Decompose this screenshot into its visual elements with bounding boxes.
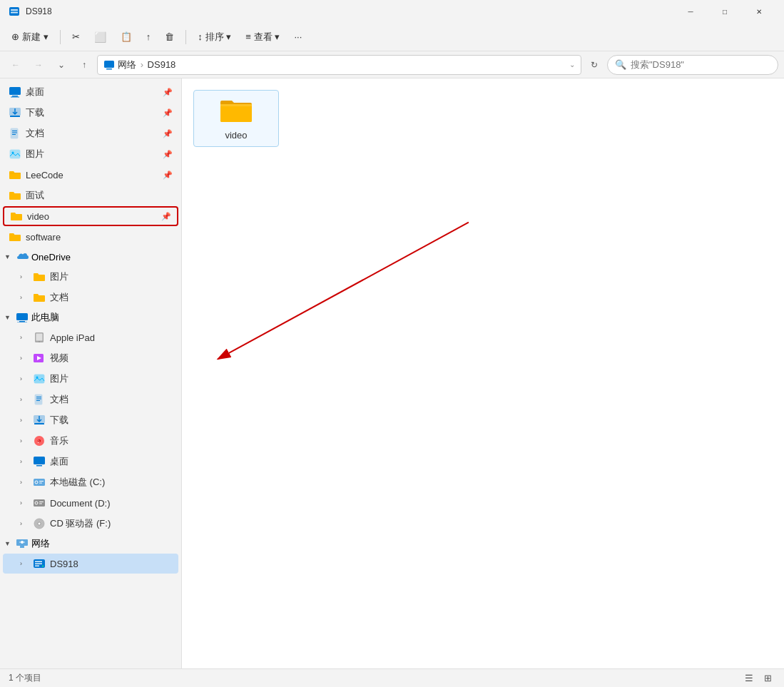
doc-lib-icon <box>33 393 46 406</box>
address-bar: ← → ⌄ ↑ 网络 › DS918 ⌄ ↻ 🔍 <box>0 51 784 78</box>
pin-icon-video: 📌 <box>161 212 171 221</box>
title-bar: DS918 ─ □ ✕ <box>0 0 784 23</box>
chevron-right-desktop: › <box>20 458 29 465</box>
sidebar-item-onedrive-pictures[interactable]: › 图片 <box>3 267 178 287</box>
svg-rect-7 <box>11 97 19 98</box>
svg-text:♪: ♪ <box>37 438 40 444</box>
sidebar-section-onedrive[interactable]: ▼ OneDrive <box>0 248 181 265</box>
sidebar-item-dl-lib[interactable]: › 下载 <box>3 410 178 430</box>
svg-rect-51 <box>35 561 42 563</box>
pin-icon-doc: 📌 <box>163 129 173 138</box>
chevron-down-icon: ▼ <box>4 253 13 260</box>
sidebar-item-music[interactable]: › ♪ 音乐 <box>3 431 178 451</box>
sidebar-item-desktop-lib[interactable]: › 桌面 <box>3 452 178 472</box>
folder-large-icon <box>219 96 253 123</box>
sidebar-item-leecode[interactable]: LeeCode 📌 <box>3 165 178 185</box>
svg-line-56 <box>218 223 469 360</box>
sidebar-item-software[interactable]: software <box>3 227 178 247</box>
svg-rect-9 <box>10 116 20 117</box>
sidebar: 桌面 📌 下载 📌 文 <box>0 78 182 668</box>
chevron-right-diskd: › <box>20 499 29 507</box>
search-icon: 🔍 <box>615 59 626 70</box>
grid-view-button[interactable]: ⊞ <box>760 671 775 686</box>
svg-point-46 <box>38 522 41 525</box>
close-button[interactable]: ✕ <box>743 0 775 23</box>
sidebar-label-od-img: 图片 <box>50 270 173 283</box>
sidebar-item-ipad[interactable]: › Apple iPad <box>3 327 178 347</box>
sidebar-item-disk-d[interactable]: › Document (D:) <box>3 493 178 513</box>
cut-button[interactable]: ✂ <box>66 29 86 45</box>
status-bar: 1 个项目 ☰ ⊞ <box>0 668 784 687</box>
download-lib-icon <box>33 414 46 427</box>
share-button[interactable]: ↑ <box>141 29 157 45</box>
svg-rect-40 <box>39 483 42 484</box>
ipad-icon <box>33 331 46 344</box>
pin-icon: 📌 <box>163 88 173 97</box>
status-view-controls: ☰ ⊞ <box>741 671 775 686</box>
chevron-right-icon-2: › <box>20 294 29 301</box>
sidebar-item-disk-c[interactable]: › 本地磁盘 (C:) <box>3 472 178 492</box>
svg-rect-29 <box>36 400 40 401</box>
sidebar-item-video-lib[interactable]: › 视频 <box>3 348 178 368</box>
delete-button[interactable]: 🗑 <box>159 29 180 45</box>
folder-yellow-video-icon <box>10 210 23 223</box>
svg-rect-52 <box>35 564 42 565</box>
music-icon: ♪ <box>33 434 46 447</box>
new-button[interactable]: ⊕ 新建 ▾ <box>6 28 54 46</box>
view-label: 查看 ▾ <box>254 31 280 44</box>
svg-rect-26 <box>35 395 42 404</box>
sidebar-item-onedrive-doc[interactable]: › 文档 <box>3 287 178 307</box>
minimize-button[interactable]: ─ <box>674 0 707 23</box>
sidebar-label-disk-c: 本地磁盘 (C:) <box>50 476 173 489</box>
expand-button[interactable]: ⌄ <box>51 55 71 75</box>
search-input[interactable] <box>631 59 770 70</box>
sidebar-section-network[interactable]: ▼ 网络 <box>0 535 181 552</box>
image-lib-icon <box>33 372 46 385</box>
more-icon: ··· <box>294 31 302 42</box>
copy-button[interactable]: ⬜ <box>88 29 112 46</box>
folder-yellow-software-icon <box>9 230 21 243</box>
back-button[interactable]: ← <box>6 55 26 75</box>
sidebar-item-doc-lib[interactable]: › 文档 <box>3 390 178 409</box>
sidebar-item-video[interactable]: video 📌 <box>3 206 178 226</box>
sidebar-label-ipad: Apple iPad <box>50 332 173 343</box>
sidebar-item-ds918[interactable]: › DS918 <box>3 554 178 574</box>
sidebar-item-img-lib[interactable]: › 图片 <box>3 369 178 389</box>
refresh-button[interactable]: ↻ <box>584 55 604 75</box>
more-button[interactable]: ··· <box>288 29 307 45</box>
desktop-icon <box>9 86 21 98</box>
sidebar-label-dl-lib: 下载 <box>50 414 173 427</box>
sidebar-item-mianshi[interactable]: 面试 <box>3 185 178 205</box>
sidebar-item-cd-f[interactable]: › CD 驱动器 (F:) <box>3 514 178 534</box>
sort-icon: ↕ <box>198 31 203 42</box>
sidebar-item-image[interactable]: 图片 📌 <box>3 144 178 164</box>
up-button[interactable]: ↑ <box>74 55 94 75</box>
folder-item-video[interactable]: video <box>193 90 279 147</box>
sidebar-section-thispc[interactable]: ▼ 此电脑 <box>0 309 181 326</box>
folder-yellow-od-img-icon <box>33 270 46 283</box>
chevron-right-img: › <box>20 375 29 382</box>
address-input[interactable]: 网络 › DS918 ⌄ <box>97 55 581 75</box>
svg-rect-20 <box>36 334 43 341</box>
sidebar-label-thispc: 此电脑 <box>31 311 59 324</box>
disk-d-icon <box>33 497 46 509</box>
sidebar-item-document[interactable]: 文档 📌 <box>3 123 178 143</box>
share-icon: ↑ <box>146 31 151 42</box>
svg-rect-10 <box>11 128 18 138</box>
svg-rect-0 <box>9 7 19 16</box>
sidebar-label-leecode: LeeCode <box>26 170 173 180</box>
sidebar-item-download[interactable]: 下载 📌 <box>3 103 178 123</box>
maximize-button[interactable]: □ <box>708 0 741 23</box>
nas-icon <box>33 557 46 570</box>
search-box[interactable]: 🔍 <box>607 55 778 75</box>
forward-button[interactable]: → <box>29 55 49 75</box>
view-button[interactable]: ≡ 查看 ▾ <box>240 28 285 46</box>
list-view-button[interactable]: ☰ <box>741 671 757 686</box>
cut-icon: ✂ <box>72 31 80 42</box>
sort-button[interactable]: ↕ 排序 ▾ <box>192 28 237 46</box>
annotation-arrow <box>182 78 784 668</box>
network-icon <box>103 59 115 71</box>
sidebar-label-video: video <box>27 211 171 222</box>
sidebar-item-desktop[interactable]: 桌面 📌 <box>3 82 178 102</box>
paste-button[interactable]: 📋 <box>115 29 138 45</box>
